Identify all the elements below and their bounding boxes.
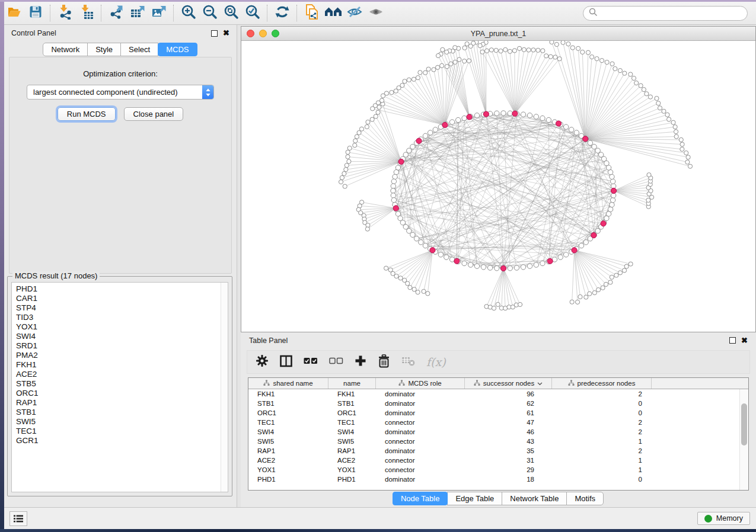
network-leaf-node[interactable] [624,264,629,268]
mcds-result-item[interactable]: SWI4 [16,332,228,341]
network-leaf-node[interactable] [384,266,388,270]
memory-button[interactable]: Memory [697,512,750,525]
mcds-list-scrollbar[interactable] [221,283,228,492]
network-node[interactable] [540,116,545,120]
network-leaf-node[interactable] [339,180,343,184]
network-node[interactable] [407,148,412,153]
network-leaf-node[interactable] [342,171,346,175]
network-leaf-node[interactable] [584,295,588,299]
network-node[interactable] [583,240,588,245]
network-leaf-node[interactable] [586,50,590,55]
network-node[interactable] [534,114,538,119]
network-node[interactable] [558,255,563,259]
network-leaf-node[interactable] [376,110,380,114]
network-leaf-node[interactable] [346,155,350,159]
network-leaf-node[interactable] [645,92,649,96]
network-leaf-node[interactable] [478,43,482,47]
mcds-result-item[interactable]: PHD1 [16,284,228,294]
network-leaf-node[interactable] [629,72,633,76]
network-hub-node[interactable] [547,258,553,264]
network-node[interactable] [588,140,592,145]
network-leaf-node[interactable] [432,68,436,72]
task-history-button[interactable] [9,511,27,526]
network-leaf-node[interactable] [634,81,639,85]
tab-node-table[interactable]: Node Table [393,492,448,505]
network-leaf-node[interactable] [674,130,678,134]
network-leaf-node[interactable] [610,62,614,66]
network-node[interactable] [391,188,395,193]
network-hub-node[interactable] [601,221,606,226]
export-table-button[interactable] [127,4,148,23]
network-leaf-node[interactable] [449,62,453,66]
network-node[interactable] [462,116,467,120]
show-all-button[interactable] [365,4,387,23]
table-row[interactable]: YOX1YOX1connector291 [248,465,748,475]
network-node[interactable] [468,262,473,267]
network-leaf-node[interactable] [518,302,522,306]
network-node[interactable] [394,169,398,174]
refresh-button[interactable] [272,4,293,23]
network-node[interactable] [610,198,615,203]
network-window-titlebar[interactable]: YPA_prune.txt_1 [241,27,755,41]
column-header-predecessor-nodes[interactable]: predecessor nodes [552,378,652,389]
zoom-fit-button[interactable] [221,4,242,23]
network-leaf-node[interactable] [357,130,361,134]
network-leaf-node[interactable] [642,88,646,92]
new-network-from-selection-button[interactable] [301,4,323,23]
network-leaf-node[interactable] [517,46,521,50]
network-leaf-node[interactable] [394,274,398,278]
network-node[interactable] [391,179,396,184]
network-leaf-node[interactable] [604,282,608,286]
network-node[interactable] [514,265,519,270]
zoom-selected-button[interactable] [242,4,263,23]
network-leaf-node[interactable] [588,291,592,296]
network-leaf-node[interactable] [570,300,574,304]
network-leaf-node[interactable] [647,173,651,177]
select-all-icon[interactable] [304,357,318,367]
network-leaf-node[interactable] [489,48,493,52]
tab-mcds[interactable]: MCDS [158,43,197,56]
network-leaf-node[interactable] [622,268,626,273]
network-node[interactable] [595,229,600,233]
tab-network[interactable]: Network [43,43,88,56]
network-leaf-node[interactable] [370,117,374,121]
network-node[interactable] [579,243,583,248]
network-leaf-node[interactable] [536,48,540,52]
network-leaf-node[interactable] [441,47,445,52]
network-leaf-node[interactable] [601,286,605,290]
network-leaf-node[interactable] [467,59,471,63]
tab-motifs[interactable]: Motifs [566,492,604,505]
network-node[interactable] [501,111,506,116]
network-leaf-node[interactable] [618,271,622,275]
network-leaf-node[interactable] [639,84,643,88]
network-leaf-node[interactable] [353,139,358,143]
network-hub-node[interactable] [556,121,561,126]
network-leaf-node[interactable] [494,48,498,52]
mcds-result-item[interactable]: STP4 [16,303,228,313]
network-leaf-node[interactable] [684,150,688,155]
mcds-result-item[interactable]: GCR1 [16,436,228,446]
open-button[interactable] [4,4,25,23]
network-leaf-node[interactable] [423,70,428,75]
network-node[interactable] [487,265,492,270]
network-leaf-node[interactable] [462,46,467,50]
network-leaf-node[interactable] [527,48,531,52]
network-hub-node[interactable] [583,136,588,142]
network-leaf-node[interactable] [418,70,422,75]
network-node[interactable] [474,113,479,118]
tab-style[interactable]: Style [87,43,121,56]
network-leaf-node[interactable] [512,49,516,53]
network-leaf-node[interactable] [590,55,594,59]
mcds-result-item[interactable]: PMA2 [16,351,228,360]
column-header-name[interactable]: name [328,378,376,389]
network-leaf-node[interactable] [550,41,554,44]
network-node[interactable] [598,152,603,157]
network-leaf-node[interactable] [365,124,369,129]
network-leaf-node[interactable] [426,291,430,296]
network-node[interactable] [595,148,600,153]
network-leaf-node[interactable] [503,47,508,52]
hide-selected-button[interactable] [344,4,365,23]
network-leaf-node[interactable] [686,155,690,159]
mcds-result-item[interactable]: ORC1 [16,389,228,398]
network-leaf-node[interactable] [570,46,575,50]
